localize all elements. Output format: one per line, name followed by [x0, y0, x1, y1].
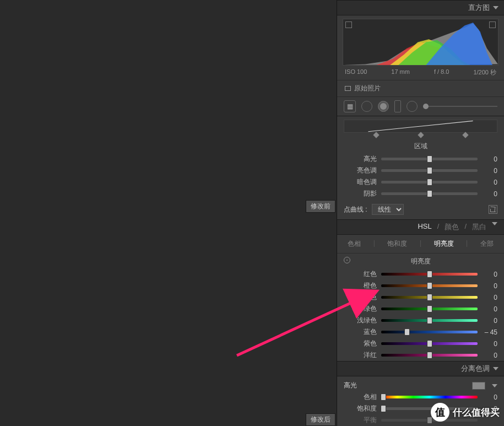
- split-hue-value[interactable]: 0: [482, 393, 497, 401]
- luminance-slider[interactable]: [381, 296, 478, 299]
- slider-value[interactable]: 0: [482, 294, 497, 301]
- slider-label: 亮色调: [344, 166, 377, 175]
- highlights-label: 高光: [344, 381, 357, 390]
- luminance-slider[interactable]: [381, 354, 478, 357]
- tab-hue[interactable]: 色相: [343, 238, 365, 250]
- chevron-down-icon[interactable]: [492, 384, 497, 387]
- slider-label: 橙色: [344, 281, 377, 290]
- slider-label: 紫色: [344, 339, 377, 348]
- slider-value[interactable]: 0: [482, 179, 497, 186]
- slider-value[interactable]: 0: [482, 167, 497, 175]
- luminance-slider[interactable]: [381, 273, 478, 276]
- slider-label: 洋红: [344, 350, 377, 360]
- slider-label: 黄色: [344, 293, 377, 302]
- slider-label: 浅绿色: [344, 316, 377, 325]
- color-tab[interactable]: 颜色: [445, 222, 459, 232]
- target-adjust-icon[interactable]: [344, 257, 350, 263]
- region-section-title: 区域: [337, 137, 504, 153]
- luminance-slider[interactable]: [381, 308, 478, 310]
- point-curve-label: 点曲线 :: [344, 205, 367, 214]
- expand-curve-icon[interactable]: [489, 205, 497, 214]
- region-slider[interactable]: [381, 158, 478, 160]
- slider-label: 阴影: [344, 189, 377, 198]
- chevron-down-icon: [493, 6, 498, 9]
- slider-value[interactable]: 0: [482, 190, 497, 198]
- exif-info: ISO 100 17 mm f / 8.0 1/200 秒: [337, 67, 504, 80]
- slider-label: 红色: [344, 269, 377, 279]
- chevron-down-icon: [492, 222, 497, 225]
- region-slider[interactable]: [381, 181, 478, 184]
- after-label: 修改后: [306, 413, 335, 426]
- bw-tab[interactable]: 黑白: [472, 222, 486, 232]
- tool-amount-slider[interactable]: [423, 106, 497, 107]
- chevron-down-icon: [493, 367, 498, 370]
- tab-all[interactable]: 全部: [476, 238, 498, 250]
- split-hue-label: 色相: [344, 392, 377, 402]
- spot-tool[interactable]: [361, 101, 372, 112]
- luminance-slider[interactable]: [381, 331, 478, 333]
- luminance-section-title: 明亮度: [411, 257, 431, 265]
- slider-value[interactable]: 0: [482, 352, 497, 359]
- luminance-slider[interactable]: [381, 284, 478, 287]
- slider-label: 蓝色: [344, 327, 377, 337]
- region-slider[interactable]: [381, 169, 478, 172]
- slider-value[interactable]: 0: [482, 317, 497, 325]
- hsl-panel-header[interactable]: HSL / 颜色 / 黑白: [337, 219, 504, 235]
- histogram-title: 直方图: [468, 3, 490, 13]
- slider-value[interactable]: 0: [482, 305, 497, 313]
- radial-tool[interactable]: [407, 101, 418, 112]
- split-toning-panel-header[interactable]: 分离色调: [337, 361, 504, 376]
- hsl-tab[interactable]: HSL: [418, 222, 431, 232]
- redeye-tool[interactable]: [378, 101, 389, 112]
- tone-curve[interactable]: [344, 120, 497, 133]
- luminance-slider[interactable]: [381, 319, 478, 322]
- region-slider[interactable]: [381, 192, 478, 195]
- slider-value[interactable]: 0: [482, 340, 497, 348]
- slider-value[interactable]: 0: [482, 155, 497, 163]
- point-curve-select[interactable]: 线性: [372, 204, 404, 215]
- split-sat-label: 饱和度: [344, 404, 377, 413]
- split-balance-label: 平衡: [344, 416, 377, 425]
- slider-value[interactable]: 0: [482, 282, 497, 290]
- histogram[interactable]: [343, 19, 498, 66]
- watermark: 值 什么值得买: [431, 403, 500, 422]
- before-label: 修改前: [306, 200, 335, 213]
- original-photo-toggle[interactable]: 原始照片: [337, 80, 504, 97]
- luminance-slider[interactable]: [381, 342, 478, 345]
- tab-luminance[interactable]: 明亮度: [430, 238, 458, 250]
- slider-value[interactable]: – 45: [482, 328, 497, 336]
- split-hue-slider[interactable]: [381, 396, 478, 398]
- slider-label: 高光: [344, 154, 377, 164]
- slider-value[interactable]: 0: [482, 271, 497, 278]
- slider-label: 绿色: [344, 304, 377, 314]
- histogram-panel-header[interactable]: 直方图: [337, 0, 504, 15]
- crop-tool[interactable]: ▦: [344, 100, 356, 112]
- highlight-color-swatch[interactable]: [472, 382, 485, 390]
- watermark-text: 什么值得买: [453, 406, 500, 419]
- watermark-badge: 值: [431, 403, 449, 422]
- rectangle-icon: [345, 86, 351, 91]
- slider-label: 暗色调: [344, 177, 377, 187]
- tab-saturation[interactable]: 饱和度: [383, 238, 411, 250]
- gradient-tool[interactable]: [394, 100, 401, 112]
